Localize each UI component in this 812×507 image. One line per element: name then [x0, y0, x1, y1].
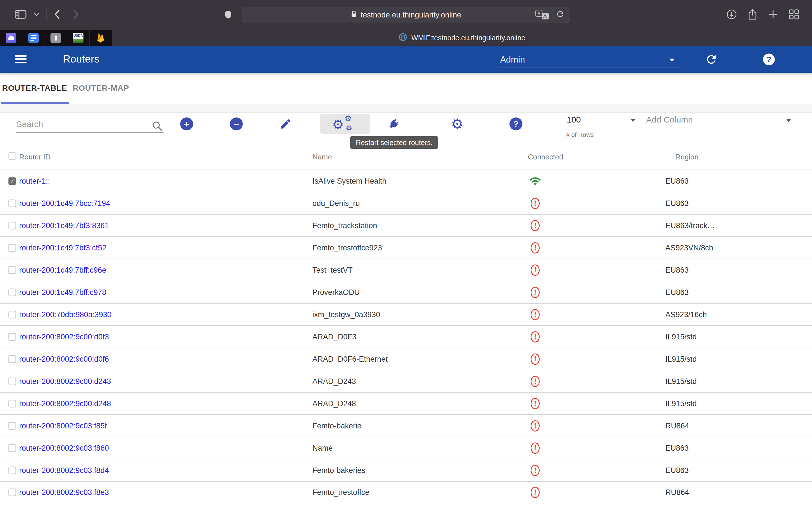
table-row[interactable]: ✓ router-1:: IsAlive System Health EU863 — [0, 170, 812, 192]
add-router-button[interactable]: + — [180, 117, 193, 130]
column-header-name[interactable]: Name — [312, 153, 332, 161]
router-id-link[interactable]: router-200:1c49:7bcc:7194 — [19, 199, 110, 208]
router-id-link[interactable]: router-200:8002:9c03:f8d4 — [19, 466, 109, 474]
new-tab-icon[interactable] — [768, 9, 778, 20]
reload-icon[interactable] — [556, 10, 565, 20]
router-id-link[interactable]: router-200:8002:9c03:f8e3 — [19, 488, 109, 497]
search-input[interactable] — [16, 119, 146, 129]
table-row[interactable]: router-200:8002:9c03:f8d4 Femto-bakeries… — [0, 459, 812, 481]
column-header-connected[interactable]: Connected — [528, 153, 563, 161]
sidebar-chevron-down-icon[interactable] — [34, 12, 39, 17]
connected-status: ! — [529, 443, 541, 454]
address-bar[interactable]: testnode.eu.thingularity.online A 文 — [242, 7, 570, 23]
row-checkbox[interactable] — [8, 333, 16, 341]
row-checkbox[interactable] — [8, 200, 16, 207]
table-row[interactable]: router-200:1c49:7bff:c978 ProverkaODU ! … — [0, 281, 812, 303]
router-id-link[interactable]: router-200:8002:9c03:f85f — [19, 421, 107, 430]
router-id-link[interactable]: router-200:1c49:7bf3:cf52 — [19, 243, 106, 252]
table-row[interactable]: router-200:8002:9c03:f860 Name ! EU863 — [0, 437, 812, 459]
row-checkbox[interactable]: ✓ — [8, 177, 16, 185]
connect-router-button[interactable] — [388, 117, 400, 130]
privacy-shield-icon[interactable] — [224, 10, 232, 21]
pinned-tab-docs[interactable] — [22, 30, 45, 46]
downloads-icon[interactable] — [726, 9, 737, 21]
router-id-link[interactable]: router-200:8002:9c00:d243 — [19, 377, 111, 386]
pinned-tab-usda[interactable]: USDA — [67, 30, 89, 46]
table-row[interactable]: router-200:70db:980a:3930 ixm_testgw_0a3… — [0, 303, 812, 325]
chevron-down-icon — [669, 59, 674, 62]
row-checkbox[interactable] — [8, 288, 16, 296]
column-header-router-id[interactable]: Router ID — [19, 153, 50, 161]
row-checkbox[interactable] — [8, 466, 16, 474]
row-checkbox[interactable] — [8, 378, 16, 385]
column-header-region[interactable]: Region — [675, 153, 698, 161]
connected-status: ! — [529, 198, 541, 209]
router-id-link[interactable]: router-200:1c49:7bf3:8361 — [19, 221, 109, 230]
error-status-icon: ! — [530, 198, 540, 209]
row-checkbox[interactable] — [8, 355, 16, 363]
row-checkbox[interactable] — [8, 444, 16, 452]
row-checkbox[interactable] — [8, 244, 16, 251]
connected-status: ! — [529, 331, 541, 342]
restart-routers-icon[interactable]: ⚙ ⚙ ⚙ — [332, 115, 359, 134]
error-status-icon: ! — [530, 398, 540, 409]
settings-button[interactable]: ⚙ — [451, 117, 464, 130]
back-button[interactable] — [54, 10, 60, 20]
router-id-link[interactable]: router-200:8002:9c00:d0f3 — [19, 332, 109, 341]
table-row[interactable]: router-200:8002:9c00:d0f3 ARAD_D0F3 ! IL… — [0, 325, 812, 348]
edit-router-button[interactable] — [279, 117, 292, 130]
select-all-checkbox[interactable] — [8, 152, 16, 160]
router-id-link[interactable]: router-200:8002:9c00:d248 — [19, 399, 111, 408]
toolbar-help-button[interactable]: ? — [509, 117, 522, 130]
translate-icon[interactable]: A 文 — [536, 10, 550, 20]
table-row[interactable]: router-200:8002:9c03:f85f Femto-bakerie … — [0, 414, 812, 437]
pinned-tab-firebase[interactable] — [90, 30, 112, 46]
router-id-link[interactable]: router-200:1c49:7bff:c978 — [19, 288, 106, 297]
table-row[interactable]: router-200:1c49:7bf3:cf52 Femto_trestoff… — [0, 236, 812, 259]
header-help-button[interactable]: ? — [763, 54, 775, 65]
tab-overview-icon[interactable] — [788, 9, 800, 21]
share-icon[interactable] — [747, 9, 758, 21]
user-role-select[interactable]: Admin — [499, 52, 682, 68]
sidebar-toggle-icon[interactable] — [15, 10, 27, 20]
active-browser-tab[interactable]: WMIF:testnode.eu.thingularity.online — [112, 30, 812, 46]
pinned-tab-icloud[interactable] — [0, 30, 22, 46]
router-id-link[interactable]: router-200:8002:9c03:f860 — [19, 444, 109, 452]
gear-glyph: ⚙ — [332, 118, 344, 131]
menu-hamburger-icon[interactable] — [15, 55, 27, 63]
remove-router-button[interactable]: − — [230, 117, 243, 130]
table-row[interactable]: router-200:1c49:7bcc:7194 odu_Denis_ru !… — [0, 192, 812, 214]
row-checkbox[interactable] — [8, 422, 16, 430]
table-row[interactable]: router-200:8002:9c03:f8e3 Femto_trestoff… — [0, 481, 812, 503]
router-id-link[interactable]: router-200:1c49:7bff:c96e — [19, 266, 106, 274]
row-checkbox[interactable] — [8, 266, 16, 274]
table-row[interactable]: router-200:8002:9c00:d243 ARAD_D243 ! IL… — [0, 370, 812, 392]
row-checkbox[interactable] — [8, 400, 16, 407]
tab-router-map[interactable]: ROUTER-MAP — [69, 73, 133, 104]
pinned-tab-info[interactable] — [45, 30, 67, 46]
router-name: Femto-bakerie — [312, 421, 361, 430]
add-column-select[interactable]: Add Column — [646, 114, 792, 127]
error-status-icon: ! — [530, 287, 540, 298]
router-id-link[interactable]: router-200:70db:980a:3930 — [19, 310, 111, 319]
table-row[interactable]: router-200:1c49:7bf3:8361 Femto_tracksta… — [0, 214, 812, 236]
router-region: EU863 — [665, 199, 689, 208]
forward-button[interactable] — [73, 10, 79, 20]
tab-router-table[interactable]: ROUTER-TABLE — [0, 73, 69, 104]
row-checkbox[interactable] — [8, 489, 16, 496]
router-region: AS923/16ch — [665, 310, 707, 319]
router-id-link[interactable]: router-1:: — [19, 177, 50, 185]
router-region: EU863 — [665, 266, 689, 274]
table-row[interactable]: router-200:8002:9c00:d0f6 ARAD_D0F6-Ethe… — [0, 348, 812, 370]
table-body: ✓ router-1:: IsAlive System Health EU863… — [0, 170, 812, 503]
url-text: testnode.eu.thingularity.online — [361, 11, 461, 19]
refresh-button[interactable] — [705, 53, 718, 67]
rows-per-page-select[interactable]: 100 — [566, 114, 637, 127]
row-checkbox[interactable] — [8, 311, 16, 318]
search-field[interactable] — [16, 115, 163, 133]
router-id-link[interactable]: router-200:8002:9c00:d0f6 — [19, 355, 109, 363]
table-row[interactable]: router-200:1c49:7bff:c96e Test_testVT ! … — [0, 259, 812, 281]
error-status-icon: ! — [530, 465, 540, 476]
row-checkbox[interactable] — [8, 222, 16, 229]
table-row[interactable]: router-200:8002:9c00:d248 ARAD_D248 ! IL… — [0, 392, 812, 414]
